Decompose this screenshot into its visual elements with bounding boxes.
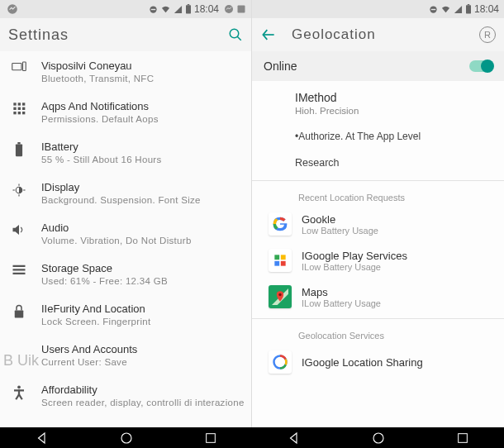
svg-rect-14 xyxy=(13,107,16,110)
recent-requests-header: Recent Location Requests xyxy=(252,184,504,206)
battery-icon xyxy=(185,4,192,14)
svg-rect-10 xyxy=(23,62,26,71)
audio-icon xyxy=(10,222,28,236)
back-icon[interactable] xyxy=(260,26,277,43)
apps-icon xyxy=(10,100,28,115)
item-title: Audio xyxy=(41,222,245,234)
research-row[interactable]: Research xyxy=(252,149,504,177)
svg-rect-29 xyxy=(13,273,26,274)
geolocation-header: Geolocation R xyxy=(252,18,504,51)
item-title: IBattery xyxy=(41,141,245,153)
svg-rect-21 xyxy=(17,142,20,144)
method-sub: Hioh. Precision xyxy=(295,106,492,116)
item-sub: Lock Screen. Fingerprint xyxy=(41,317,245,326)
settings-item-accessibility[interactable]: AffordabilityScreen reader, display, con… xyxy=(0,375,251,416)
item-sub: Background. Suspension. Font Size xyxy=(41,195,245,205)
svg-rect-3 xyxy=(186,5,191,13)
svg-rect-19 xyxy=(22,112,25,114)
nav-home-button[interactable] xyxy=(371,431,386,446)
settings-item-audio[interactable]: AudioVolume. Vibration, Do Not Disturb xyxy=(0,213,251,254)
app-row-location-sharing[interactable]: IGoogle Location Sharing xyxy=(252,344,504,380)
settings-item-storage[interactable]: Storage SpaceUsed: 61% - Free: 12.34 GB xyxy=(0,254,251,294)
item-title: Affordability xyxy=(41,384,245,396)
authorize-row[interactable]: •Authorize. At The App Level xyxy=(252,122,504,149)
settings-item-display[interactable]: IDisplayBackground. Suspension. Font Siz… xyxy=(0,173,251,213)
app-sub: ILow Battery Usage xyxy=(302,298,381,308)
image-icon xyxy=(236,4,246,14)
method-title: IMethod xyxy=(295,91,492,104)
svg-rect-20 xyxy=(16,144,22,156)
app-name: Maps xyxy=(302,286,381,298)
page-title: Settinas xyxy=(8,26,69,44)
app-sub: Low Battery Usage xyxy=(302,226,378,236)
nav-back-button[interactable] xyxy=(287,431,302,446)
maps-icon xyxy=(269,285,292,308)
geo-services-header: Geolocation Services xyxy=(252,322,504,344)
nav-home-button[interactable] xyxy=(119,431,134,446)
item-title: IIeFurity And Location xyxy=(41,303,245,315)
navigation-bar xyxy=(0,427,504,448)
svg-rect-47 xyxy=(458,433,467,442)
settings-item-apps[interactable]: Aqps And NotificationsPermissions. Defau… xyxy=(0,92,251,132)
item-title: Users And Accounts xyxy=(41,343,245,355)
svg-rect-12 xyxy=(18,102,21,105)
settings-panel: 18:04 Settinas Visposilvi ConeyauBluetoo… xyxy=(0,0,252,427)
svg-rect-28 xyxy=(13,269,26,270)
online-label: Online xyxy=(264,60,297,73)
svg-rect-38 xyxy=(466,5,471,13)
method-row[interactable]: IMethod Hioh. Precision xyxy=(252,81,504,122)
svg-rect-39 xyxy=(468,4,469,5)
item-sub: Volume. Vibration, Do Not Disturb xyxy=(41,236,245,245)
wifi-icon xyxy=(160,5,171,14)
svg-rect-17 xyxy=(13,112,16,114)
svg-rect-45 xyxy=(206,433,215,442)
online-switch[interactable] xyxy=(469,60,492,72)
app-name: IGoogle Play Services xyxy=(302,250,407,262)
svg-rect-6 xyxy=(238,6,245,13)
item-sub: 55 % - Still About 16 Hours xyxy=(41,155,245,164)
avatar-icon[interactable]: R xyxy=(479,26,496,43)
search-icon[interactable] xyxy=(228,27,243,42)
settings-item-battery[interactable]: IBattery55 % - Still About 16 Hours xyxy=(0,132,251,173)
svg-rect-37 xyxy=(431,8,436,9)
messenger-icon xyxy=(7,3,18,15)
devices-icon xyxy=(10,60,28,73)
online-toggle-row[interactable]: Online xyxy=(252,51,504,81)
settings-list: Visposilvi ConeyauBluetooth, Transmit, N… xyxy=(0,51,251,427)
dnd-icon xyxy=(149,5,158,14)
svg-rect-15 xyxy=(18,107,21,110)
app-row-maps[interactable]: MapsILow Battery Usage xyxy=(252,279,504,315)
svg-rect-16 xyxy=(22,107,25,110)
item-title: Visposilvi Coneyau xyxy=(41,60,245,72)
svg-rect-13 xyxy=(22,102,25,105)
svg-rect-27 xyxy=(13,265,26,267)
svg-rect-11 xyxy=(13,102,16,105)
signal-icon xyxy=(454,5,463,14)
battery-icon xyxy=(465,4,472,14)
research-label: Research xyxy=(295,157,340,169)
app-name: Gookle xyxy=(302,213,378,226)
item-sub: Screen reader, display, controlli di int… xyxy=(41,398,245,407)
nav-back-button[interactable] xyxy=(35,431,50,446)
google-icon xyxy=(269,350,292,374)
svg-point-7 xyxy=(230,29,239,38)
wifi-icon xyxy=(440,5,451,14)
settings-item-devices[interactable]: Visposilvi ConeyauBluetooth, Transmit, N… xyxy=(0,51,251,92)
nav-recent-button[interactable] xyxy=(204,431,217,445)
svg-rect-30 xyxy=(15,311,24,318)
svg-point-44 xyxy=(121,433,131,443)
app-name: IGoogle Location Sharing xyxy=(302,356,423,369)
svg-rect-9 xyxy=(12,64,21,70)
messenger-icon xyxy=(224,4,234,14)
settings-header: Settinas xyxy=(0,18,251,51)
storage-icon xyxy=(10,262,28,275)
svg-point-42 xyxy=(278,293,281,296)
app-row-google[interactable]: GookleLow Battery Usage xyxy=(252,206,504,242)
status-bar-right: 18:04 xyxy=(252,0,504,18)
item-sub: Bluetooth, Transmit, NFC xyxy=(41,74,245,83)
app-row-play-services[interactable]: IGoogle Play ServicesILow Battery Usage xyxy=(252,242,504,279)
nav-recent-button[interactable] xyxy=(456,431,469,445)
item-sub: Permissions. Default Aops xyxy=(41,114,245,124)
svg-rect-2 xyxy=(151,8,156,9)
settings-item-security[interactable]: IIeFurity And LocationLock Screen. Finge… xyxy=(0,294,251,335)
